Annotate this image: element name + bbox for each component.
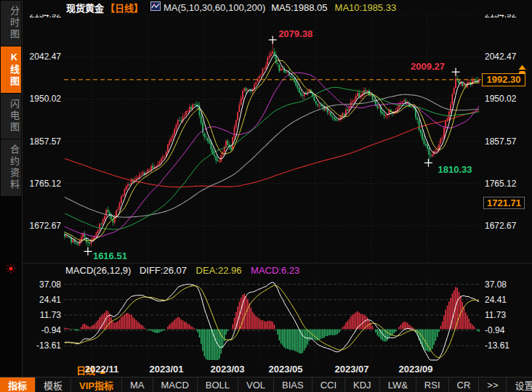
toolbar-item-CR[interactable]: CR [449, 377, 480, 392]
toolbar-item-MACD[interactable]: MACD [153, 377, 198, 392]
toolbar-item-BIAS[interactable]: BIAS [274, 377, 313, 392]
extreme-marker-icon [452, 68, 460, 76]
sidebar-tab-分时图[interactable]: 分时图 [1, 1, 21, 46]
extreme-marker-icon [84, 248, 92, 256]
diff-line [65, 282, 479, 360]
mini-chart-icon [150, 1, 161, 13]
sidebar-tab-K线图[interactable]: K线图 [1, 46, 21, 93]
extreme-price-label: 2079.38 [278, 28, 313, 39]
extreme-price-label: 2009.27 [411, 61, 445, 72]
ma100-line [65, 94, 479, 217]
blinking-alert-icon[interactable] [6, 264, 16, 277]
macd-hist-negative [71, 330, 479, 361]
left-sidebar: 分时图K线图闪电图合约资料 [0, 0, 23, 392]
macd-dea-value: DEA:22.96 [196, 265, 242, 276]
macd-macd-value: MACD:6.23 [251, 265, 299, 276]
kline-app: 分时图K线图闪电图合约资料 现货黄金 【日线】 MA(5,10, [0, 0, 532, 392]
ma10-line [65, 60, 479, 241]
ma5-line [65, 54, 479, 242]
date-label-2023/07: 2023/07 [335, 364, 369, 375]
toolbar-item-VOL[interactable]: VOL [238, 377, 274, 392]
sidebar-tab-闪电图[interactable]: 闪电图 [1, 94, 21, 139]
extreme-price-label: 1616.51 [93, 250, 127, 261]
toolbar-item->>[interactable]: >> [479, 377, 507, 392]
toolbar-item-指标[interactable]: 指标 [0, 377, 36, 392]
toolbar-item-设置[interactable]: 设置 [507, 377, 532, 392]
indicator-toolbar: 指标模板VIP指标MAMACDBOLLVOLBIASCCIKDJLW&RSICR… [0, 377, 532, 392]
macd-diff-value: DIFF:26.07 [140, 265, 187, 276]
date-label-2022/11: 2022/11 [85, 364, 118, 375]
ma-params-label: MA(5,10,30,60,100,200) [164, 2, 265, 13]
date-axis-row: 日线 ▲ 2022/112023/012023/032023/052023/07… [0, 362, 532, 376]
chart-header: 现货黄金 【日线】 MA(5,10,30,60,100,200) MA5:198… [23, 0, 532, 15]
date-label-2023/09: 2023/09 [399, 364, 433, 375]
toolbar-item-LW&[interactable]: LW& [380, 377, 416, 392]
toolbar-item-模板[interactable]: 模板 [36, 377, 71, 392]
date-label-2023/01: 2023/01 [150, 364, 184, 375]
toolbar-item-BOLL[interactable]: BOLL [198, 377, 238, 392]
dea-line [65, 285, 479, 357]
macd-formula: MACD(26,12,9) [65, 265, 131, 276]
toolbar-item-CCI[interactable]: CCI [313, 377, 345, 392]
toolbar-item-KDJ[interactable]: KDJ [345, 377, 380, 392]
extreme-marker-icon [424, 159, 432, 167]
date-label-2023/05: 2023/05 [269, 364, 303, 375]
macd-header: MACD(26,12,9) DIFF:26.07 DEA:22.96 MACD:… [65, 265, 299, 276]
ma200-line [65, 110, 479, 187]
ma60-line [65, 87, 479, 229]
ma10-value: MA10:1985.33 [335, 2, 397, 13]
sidebar-tab-合约资料[interactable]: 合约资料 [1, 139, 21, 196]
toolbar-item-MA[interactable]: MA [122, 377, 153, 392]
ma30-line [65, 73, 479, 237]
toolbar-item-RSI[interactable]: RSI [416, 377, 449, 392]
price-up-arrow-icon [517, 65, 527, 74]
date-label-2023/03: 2023/03 [211, 364, 245, 375]
macd-hist-positive [65, 287, 475, 330]
extreme-price-label: 1810.33 [438, 164, 472, 175]
toolbar-item-VIP指标[interactable]: VIP指标 [71, 377, 122, 392]
symbol-title: 现货黄金 [66, 1, 104, 15]
current-price-box: 1992.30 [482, 73, 525, 86]
extreme-marker-icon [269, 36, 277, 44]
period-tag: 【日线】 [105, 1, 143, 15]
settlement-price-box: 1721.71 [483, 197, 525, 209]
ma5-value: MA5:1988.05 [271, 2, 327, 13]
chart-canvas[interactable] [0, 0, 532, 392]
